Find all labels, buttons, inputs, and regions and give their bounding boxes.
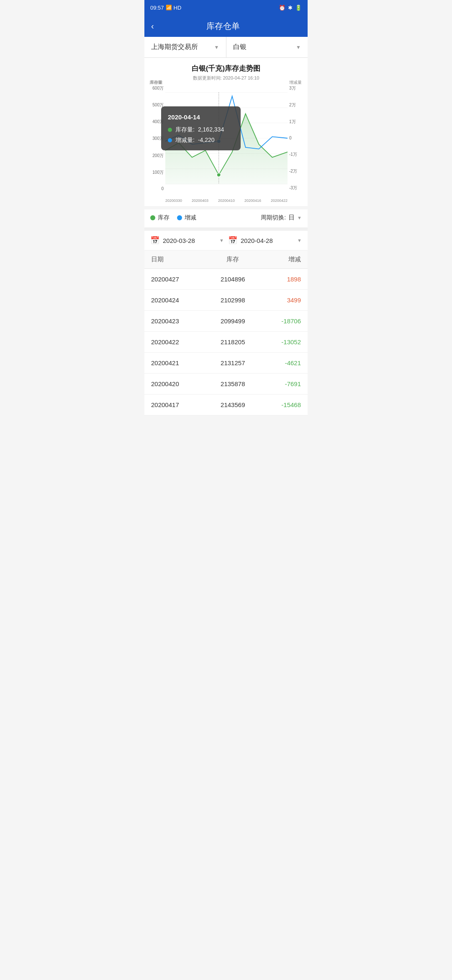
- y-right-axis-title: 增减量: [289, 80, 302, 85]
- status-right: ⏰ ✱ 🔋: [279, 5, 302, 11]
- period-value: 日: [288, 214, 295, 222]
- cell-change: -15468: [260, 401, 301, 408]
- chart-container: 库存量 600万 500万 400万 300万 200万 100万 0 库存量 …: [149, 85, 303, 203]
- cell-date: 20200427: [151, 276, 205, 283]
- chart-section: 白银(千克)库存走势图 数据更新时间: 2020-04-27 16:10 库存量…: [144, 58, 308, 206]
- table-row: 20200417 2143569 -15468: [144, 395, 308, 415]
- header: ‹ 库存仓单: [144, 15, 308, 37]
- cell-change: -18706: [260, 317, 301, 325]
- cell-stock: 2104896: [205, 276, 260, 283]
- table-row: 20200421 2131257 -4621: [144, 353, 308, 374]
- cell-stock: 2099499: [205, 317, 260, 325]
- battery-icon: 🔋: [295, 5, 302, 11]
- legend-stock-dot: [150, 215, 155, 220]
- commodity-chevron-icon: ▼: [296, 44, 301, 50]
- table-row: 20200420 2135878 -7691: [144, 374, 308, 395]
- tooltip-stock-label: 库存量:: [175, 124, 195, 135]
- cell-stock: 2102998: [205, 297, 260, 304]
- filter-row: 上海期货交易所 ▼ 白银 ▼: [144, 37, 308, 58]
- tooltip-change-dot: [168, 138, 172, 142]
- chart-update-time: 数据更新时间: 2020-04-27 16:10: [149, 75, 303, 81]
- period-switch[interactable]: 周期切换: 日 ▼: [261, 214, 302, 222]
- cell-stock: 2143569: [205, 401, 260, 408]
- tooltip-stock-value: 2,162,334: [198, 124, 224, 135]
- page-title: 库存仓单: [159, 21, 288, 32]
- table-row: 20200423 2099499 -18706: [144, 311, 308, 332]
- start-date-picker[interactable]: 📅 2020-03-28 ▼: [150, 236, 224, 245]
- header-stock: 库存: [205, 255, 260, 263]
- status-bar: 09:57 📶 HD ⏰ ✱ 🔋: [144, 0, 308, 15]
- legend-change-label: 增减: [185, 214, 196, 222]
- end-date-picker[interactable]: 📅 2020-04-28 ▼: [228, 236, 302, 245]
- y-left-axis-title: 库存量: [150, 80, 163, 85]
- signal-icon: 📶: [166, 5, 172, 10]
- end-date-chevron-icon: ▼: [297, 238, 302, 243]
- svg-point-9: [217, 173, 221, 177]
- exchange-value: 上海期货交易所: [151, 43, 198, 52]
- tooltip-stock-row: 库存量: 2,162,334: [168, 124, 234, 135]
- cell-date: 20200420: [151, 380, 205, 387]
- cell-stock: 2118205: [205, 338, 260, 346]
- tooltip-change-label: 增减量:: [175, 135, 195, 145]
- cell-date: 20200423: [151, 317, 205, 325]
- bluetooth-icon: ✱: [288, 5, 293, 11]
- end-calendar-icon: 📅: [228, 236, 237, 245]
- exchange-chevron-icon: ▼: [214, 44, 219, 50]
- legend-change: 增减: [177, 214, 196, 222]
- cell-stock: 2131257: [205, 359, 260, 366]
- table-row: 20200422 2118205 -13052: [144, 332, 308, 353]
- table-header: 日期 库存 增减: [144, 250, 308, 269]
- commodity-value: 白银: [233, 43, 247, 52]
- cell-change: -4621: [260, 359, 301, 366]
- tooltip-date: 2020-04-14: [168, 111, 234, 123]
- table-body: 20200427 2104896 1898 20200424 2102998 3…: [144, 269, 308, 415]
- cell-date: 20200417: [151, 401, 205, 408]
- cell-date: 20200421: [151, 359, 205, 366]
- status-left: 09:57 📶 HD: [150, 5, 181, 11]
- start-date-value: 2020-03-28: [163, 237, 216, 244]
- cell-change: 3499: [260, 297, 301, 304]
- period-chevron-icon: ▼: [297, 215, 302, 220]
- chart-legend: 库存 增减: [150, 214, 196, 222]
- tooltip-stock-dot: [168, 128, 172, 132]
- header-date: 日期: [151, 255, 205, 263]
- back-button[interactable]: ‹: [151, 21, 154, 31]
- cell-change: -7691: [260, 380, 301, 387]
- cell-change: 1898: [260, 276, 301, 283]
- legend-stock-label: 库存: [158, 214, 170, 222]
- cell-date: 20200424: [151, 297, 205, 304]
- period-label: 周期切换:: [261, 214, 286, 222]
- chart-title: 白银(千克)库存走势图: [149, 64, 303, 73]
- cell-stock: 2135878: [205, 380, 260, 387]
- commodity-filter[interactable]: 白银 ▼: [226, 37, 308, 57]
- cell-change: -13052: [260, 338, 301, 346]
- header-change: 增减: [260, 255, 301, 263]
- legend-change-dot: [177, 215, 182, 220]
- tooltip-change-value: -4,220: [198, 135, 215, 145]
- wifi-label: HD: [174, 5, 182, 11]
- date-filter-row: 📅 2020-03-28 ▼ 📅 2020-04-28 ▼: [144, 231, 308, 250]
- start-calendar-icon: 📅: [150, 236, 159, 245]
- y-axis-right: 3万 2万 1万 0 -1万 -2万 -3万: [288, 85, 303, 191]
- chart-tooltip: 2020-04-14 库存量: 2,162,334 增减量: -4,220: [161, 106, 241, 150]
- exchange-filter[interactable]: 上海期货交易所 ▼: [144, 37, 226, 57]
- cell-date: 20200422: [151, 338, 205, 346]
- table-row: 20200424 2102998 3499: [144, 290, 308, 311]
- chart-footer: 库存 增减 周期切换: 日 ▼: [144, 209, 308, 231]
- start-date-chevron-icon: ▼: [219, 238, 224, 243]
- x-axis-labels: 20200330 20200403 20200410 20200416 2020…: [165, 199, 288, 203]
- end-date-value: 2020-04-28: [241, 237, 294, 244]
- table-row: 20200427 2104896 1898: [144, 269, 308, 290]
- alarm-icon: ⏰: [279, 5, 285, 11]
- legend-stock: 库存: [150, 214, 170, 222]
- status-time: 09:57: [150, 5, 164, 11]
- tooltip-change-row: 增减量: -4,220: [168, 135, 234, 145]
